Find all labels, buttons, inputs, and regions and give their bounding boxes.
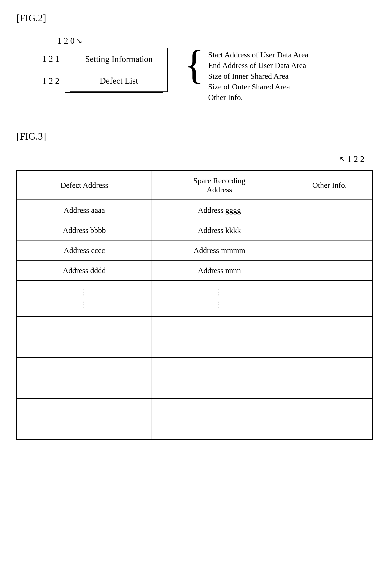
header-row: Defect Address Spare RecordingAddress Ot… bbox=[17, 171, 372, 200]
table-row: Address dddd Address nnnn bbox=[17, 260, 372, 281]
dots-defect: ⋮⋮ bbox=[17, 281, 152, 317]
other-1 bbox=[287, 220, 372, 240]
empty-defect-4 bbox=[17, 378, 152, 399]
empty-defect-6 bbox=[17, 419, 152, 440]
empty-defect-3 bbox=[17, 358, 152, 378]
fig3-label: [FIG.3] bbox=[16, 131, 373, 142]
defect-address-2: Address cccc bbox=[17, 240, 152, 260]
col-header-other: Other Info. bbox=[287, 171, 372, 200]
empty-other-1 bbox=[287, 317, 372, 337]
arrow-right-icon2: ⌐ bbox=[64, 77, 67, 85]
info-item-0: Start Address of User Data Area bbox=[208, 50, 308, 59]
ref-122-fig2: 1 2 2 bbox=[33, 76, 59, 86]
table-row-dots: ⋮⋮ ⋮⋮ bbox=[17, 281, 372, 317]
ref120-row: 1 2 0 ↘ bbox=[57, 36, 82, 46]
info-item-2: Size of Inner Shared Area bbox=[208, 72, 308, 80]
info-item-4: Other Info. bbox=[208, 93, 308, 102]
ref-121: 1 2 1 bbox=[33, 54, 59, 64]
box-setting-info: Setting Information bbox=[70, 48, 168, 70]
empty-defect-2 bbox=[17, 337, 152, 358]
spare-address-0: Address gggg bbox=[152, 200, 287, 220]
brace-icon: { bbox=[184, 44, 204, 85]
spare-address-1: Address kkkk bbox=[152, 220, 287, 240]
info-item-1: End Address of User Data Area bbox=[208, 61, 308, 70]
empty-row-6 bbox=[17, 419, 372, 440]
ref-120: 1 2 0 bbox=[57, 36, 75, 46]
empty-spare-3 bbox=[152, 358, 287, 378]
empty-defect-5 bbox=[17, 399, 152, 419]
table-row: Address bbbb Address kkkk bbox=[17, 220, 372, 240]
col-header-defect: Defect Address bbox=[17, 171, 152, 200]
empty-spare-6 bbox=[152, 419, 287, 440]
empty-row-2 bbox=[17, 337, 372, 358]
info-item-3: Size of Outer Shared Area bbox=[208, 82, 308, 91]
col-header-spare: Spare RecordingAddress bbox=[152, 171, 287, 200]
other-0 bbox=[287, 200, 372, 220]
defect-address-0: Address aaaa bbox=[17, 200, 152, 220]
other-3 bbox=[287, 260, 372, 281]
empty-spare-4 bbox=[152, 378, 287, 399]
row-122: 1 2 2 ⌐ Defect List bbox=[33, 70, 168, 92]
fig2-right: { Start Address of User Data Area End Ad… bbox=[184, 46, 308, 102]
dots-spare: ⋮⋮ bbox=[152, 281, 287, 317]
empty-other-5 bbox=[287, 399, 372, 419]
empty-other-4 bbox=[287, 378, 372, 399]
arrow-122-icon: ↗ bbox=[339, 155, 346, 163]
page: [FIG.2] 1 2 0 ↘ 1 2 1 ⌐ Setting Informat… bbox=[16, 12, 373, 440]
table-row: Address aaaa Address gggg bbox=[17, 200, 372, 220]
table-row: Address cccc Address mmmm bbox=[17, 240, 372, 260]
fig2-left: 1 2 0 ↘ 1 2 1 ⌐ Setting Information 1 2 … bbox=[33, 36, 168, 93]
spare-address-3: Address nnnn bbox=[152, 260, 287, 281]
spare-address-2: Address mmmm bbox=[152, 240, 287, 260]
fig2-container: 1 2 0 ↘ 1 2 1 ⌐ Setting Information 1 2 … bbox=[33, 36, 373, 102]
table-header: Defect Address Spare RecordingAddress Ot… bbox=[17, 171, 372, 200]
empty-row-4 bbox=[17, 378, 372, 399]
box-bottom-border bbox=[65, 92, 163, 93]
dots-other bbox=[287, 281, 372, 317]
defect-address-3: Address dddd bbox=[17, 260, 152, 281]
arrow-right-icon: ⌐ bbox=[64, 55, 67, 63]
defect-address-1: Address bbbb bbox=[17, 220, 152, 240]
fig3-container: ↗ 1 2 2 Defect Address Spare RecordingAd… bbox=[16, 154, 373, 440]
empty-other-6 bbox=[287, 419, 372, 440]
info-list: Start Address of User Data Area End Addr… bbox=[208, 50, 308, 102]
arrow-down-right-icon: ↘ bbox=[76, 37, 82, 45]
fig2-label: [FIG.2] bbox=[16, 12, 373, 24]
fig2-section: [FIG.2] 1 2 0 ↘ 1 2 1 ⌐ Setting Informat… bbox=[16, 12, 373, 102]
empty-spare-5 bbox=[152, 399, 287, 419]
ref-122-fig3: 1 2 2 bbox=[347, 154, 364, 164]
empty-row-3 bbox=[17, 358, 372, 378]
fig3-section: [FIG.3] ↗ 1 2 2 Defect Address Spare Rec… bbox=[16, 131, 373, 440]
defect-table: Defect Address Spare RecordingAddress Ot… bbox=[16, 170, 373, 440]
empty-row-5 bbox=[17, 399, 372, 419]
other-2 bbox=[287, 240, 372, 260]
empty-spare-2 bbox=[152, 337, 287, 358]
ref122-row: ↗ 1 2 2 bbox=[16, 154, 364, 164]
table-body: Address aaaa Address gggg Address bbbb A… bbox=[17, 200, 372, 440]
empty-other-3 bbox=[287, 358, 372, 378]
row-121: 1 2 1 ⌐ Setting Information bbox=[33, 48, 168, 70]
box-defect-list: Defect List bbox=[70, 70, 168, 92]
empty-row-1 bbox=[17, 317, 372, 337]
empty-other-2 bbox=[287, 337, 372, 358]
empty-defect-1 bbox=[17, 317, 152, 337]
empty-spare-1 bbox=[152, 317, 287, 337]
